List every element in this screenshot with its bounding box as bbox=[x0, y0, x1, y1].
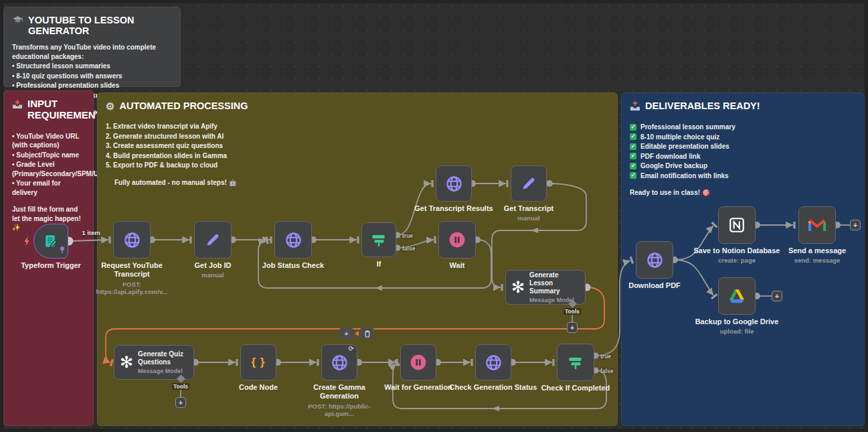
node-job-status-check[interactable]: Job Status Check bbox=[274, 221, 312, 259]
note-step: 1. Extract video transcript via Apify bbox=[106, 122, 609, 131]
note-bullet: • YouTube Video URL (with captions) bbox=[12, 132, 85, 150]
note-bullet: • Your email for delivery bbox=[12, 179, 85, 197]
typeform-form-icon bbox=[43, 233, 60, 250]
node-download-pdf[interactable]: Download PDF bbox=[636, 241, 673, 279]
check-icon: ✓ bbox=[630, 153, 636, 159]
node-send-a-message[interactable]: Send a messagesend: message bbox=[798, 206, 836, 244]
port-label-false: false bbox=[600, 368, 613, 374]
deliverable-item: Email notification with links bbox=[640, 171, 729, 181]
gear-icon: ⚙ bbox=[106, 101, 114, 111]
notion-icon bbox=[728, 216, 746, 234]
port-label-false: false bbox=[402, 245, 415, 252]
check-icon: ✓ bbox=[630, 163, 636, 169]
deliverable-item: Professional lesson summary bbox=[640, 123, 735, 132]
note-bullet: • Subject/Topic name bbox=[12, 151, 85, 160]
note-title: AUTOMATED PROCESSING bbox=[119, 100, 248, 111]
note-title: YOUTUBE TO LESSON GENERATOR bbox=[28, 15, 172, 36]
port-label-true: true bbox=[600, 353, 611, 360]
node-backup-to-google-drive[interactable]: Backup to Google Driveupload: file bbox=[718, 277, 756, 315]
signpost-icon bbox=[370, 231, 387, 248]
note-step: 2. Generate structured lesson with AI bbox=[106, 132, 609, 141]
note-bullet: • Grade Level (Primary/Secondary/SPM/Uni… bbox=[12, 160, 85, 178]
pencil-icon bbox=[205, 232, 221, 248]
tools-port-line bbox=[572, 315, 573, 322]
wire-item-count: 1 item bbox=[72, 229, 110, 236]
globe-icon bbox=[284, 231, 302, 249]
retry-icon: ⟳ bbox=[349, 346, 354, 352]
note-title: DELIVERABLES READY! bbox=[645, 100, 760, 111]
delete-connection-button[interactable] bbox=[360, 328, 374, 339]
inbox-tray-icon bbox=[12, 99, 23, 112]
node-save-to-notion[interactable]: Save to Notion Databasecreate: page bbox=[718, 206, 756, 244]
pencil-icon bbox=[521, 175, 537, 192]
note-step: 3. Create assessment quiz questions bbox=[106, 141, 609, 151]
node-check-if-completed[interactable]: Check If Completed bbox=[557, 344, 594, 381]
check-icon: ✓ bbox=[630, 172, 636, 179]
note-intro: Transforms any YouTube video into comple… bbox=[12, 43, 172, 61]
globe-icon bbox=[123, 231, 141, 249]
node-generate-lesson-summary[interactable]: ✻ Generate Lesson Summary Message Model … bbox=[505, 270, 586, 305]
add-next-node-button[interactable]: + bbox=[850, 220, 861, 230]
port-label-true: true bbox=[402, 232, 413, 239]
node-get-transcript[interactable]: Get Transcriptmanual bbox=[511, 165, 547, 202]
note-bullet: • Professional presentation slides bbox=[12, 81, 172, 90]
node-code[interactable]: { } Code Node bbox=[240, 344, 276, 380]
deliverable-item: PDF download link bbox=[640, 152, 700, 161]
globe-icon bbox=[485, 354, 503, 372]
node-subtitle: Message Model bbox=[138, 368, 188, 374]
gmail-icon bbox=[808, 218, 827, 232]
node-get-transcript-results[interactable]: Get Transcript Results bbox=[436, 165, 472, 202]
lightning-bolt-icon bbox=[23, 236, 31, 249]
pause-icon bbox=[448, 231, 466, 248]
openai-icon: ✻ bbox=[511, 279, 525, 295]
tools-port[interactable] bbox=[177, 374, 185, 383]
node-check-generation-status[interactable]: Check Generation Status bbox=[475, 344, 511, 380]
check-icon: ✓ bbox=[630, 124, 636, 131]
check-icon: ✓ bbox=[630, 143, 636, 150]
graduation-cap-icon bbox=[12, 15, 23, 27]
node-title: Generate Lesson Summary bbox=[529, 271, 580, 295]
globe-icon bbox=[445, 175, 463, 193]
add-tool-button[interactable]: + bbox=[567, 322, 578, 333]
note-bullet: • 8-10 quiz questions with answers bbox=[12, 72, 172, 81]
openai-icon: ✻ bbox=[120, 354, 133, 370]
workflow-canvas[interactable]: YOUTUBE TO LESSON GENERATOR Transforms a… bbox=[0, 0, 868, 432]
code-braces-icon: { } bbox=[252, 356, 266, 369]
note-step: 4. Build presentation slides in Gamma bbox=[106, 151, 609, 161]
node-if[interactable]: If bbox=[361, 222, 396, 257]
note-bullet: • Structured lesson summaries bbox=[12, 62, 172, 71]
node-wait-for-generation[interactable]: Wait for Generation bbox=[400, 344, 436, 380]
signpost-icon bbox=[567, 354, 584, 371]
note-outro: Ready to use in class! 🎯 bbox=[630, 188, 856, 198]
node-title: Generate Quiz Questions bbox=[138, 350, 188, 366]
node-wait[interactable]: Wait bbox=[438, 221, 476, 259]
add-node-on-connection-button[interactable]: + bbox=[339, 328, 353, 339]
add-tool-button[interactable]: + bbox=[175, 397, 186, 408]
connection-arrow-icon bbox=[355, 331, 359, 336]
tools-port-line bbox=[180, 390, 181, 397]
node-generate-quiz-questions[interactable]: ✻ Generate Quiz Questions Message Model … bbox=[114, 345, 194, 380]
note-title: INPUT REQUIREMENTS bbox=[27, 98, 108, 121]
tools-port-label: Tools bbox=[563, 308, 581, 315]
pause-icon bbox=[410, 354, 427, 371]
deliverable-item: 8-10 multiple choice quiz bbox=[640, 133, 719, 142]
sticky-note-header[interactable]: YOUTUBE TO LESSON GENERATOR Transforms a… bbox=[3, 7, 181, 87]
outbox-tray-icon bbox=[630, 101, 640, 113]
pin-icon bbox=[59, 244, 66, 257]
node-create-gamma-generation[interactable]: ⟳ Create Gamma GenerationPOST: https://p… bbox=[321, 344, 357, 380]
connection-toolbar: + bbox=[339, 328, 374, 339]
globe-icon bbox=[646, 251, 664, 269]
google-drive-icon bbox=[728, 288, 746, 304]
deliverable-item: Editable presentation slides bbox=[640, 142, 729, 151]
deliverable-item: Google Drive backup bbox=[640, 161, 707, 171]
check-icon: ✓ bbox=[630, 133, 636, 140]
node-typeform-trigger[interactable]: Typeform Trigger bbox=[33, 224, 68, 259]
globe-icon bbox=[331, 354, 349, 372]
node-get-job-id[interactable]: Get Job IDmanual bbox=[194, 221, 232, 259]
tools-port-label: Tools bbox=[172, 383, 189, 390]
add-next-node-button[interactable]: + bbox=[772, 291, 782, 301]
node-request-youtube-transcript[interactable]: Request YouTube TranscriptPOST: https://… bbox=[113, 221, 151, 259]
